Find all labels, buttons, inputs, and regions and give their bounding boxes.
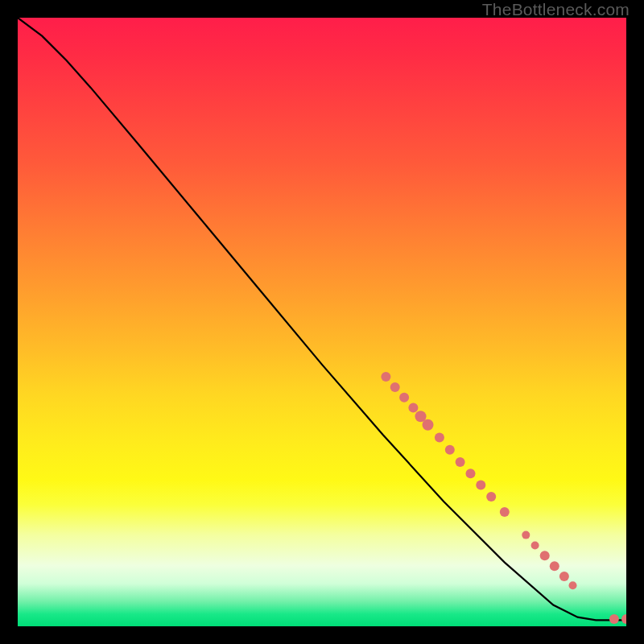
data-marker [609, 614, 619, 624]
watermark-text: TheBottleneck.com [482, 0, 630, 19]
data-marker [435, 433, 444, 443]
data-marker [522, 531, 530, 539]
bottleneck-curve-path [18, 18, 626, 620]
data-marker [500, 507, 510, 517]
data-marker [550, 561, 559, 571]
chart-overlay [18, 18, 626, 626]
data-marker [476, 481, 485, 490]
data-marker [466, 469, 476, 478]
data-marker [621, 614, 626, 624]
data-marker [540, 551, 550, 560]
data-marker [381, 372, 390, 382]
data-marker [423, 419, 434, 431]
data-marker [569, 581, 577, 589]
data-marker [390, 382, 400, 392]
data-marker [486, 492, 496, 502]
chart-frame [18, 18, 626, 626]
data-marker [408, 403, 418, 413]
data-marker [445, 445, 455, 455]
data-marker [415, 411, 427, 422]
data-marker [456, 457, 465, 467]
data-marker [559, 572, 569, 581]
data-marker [531, 542, 539, 550]
data-marker [399, 393, 409, 402]
marker-group [381, 372, 626, 624]
